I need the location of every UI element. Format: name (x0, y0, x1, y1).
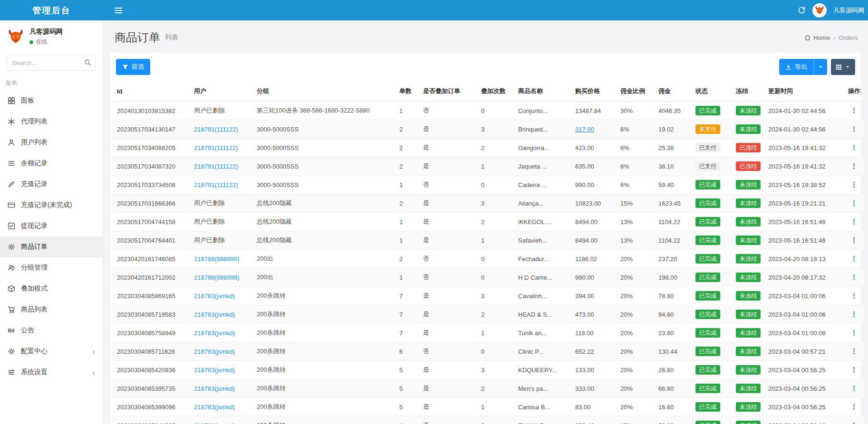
cell-price: 8494.00 (571, 231, 617, 250)
col-header-id[interactable]: Id (110, 81, 190, 102)
cell-stacked: 是 (419, 379, 477, 398)
sidebar-item-orders[interactable]: 商品订单 (0, 236, 103, 257)
row-actions-button[interactable]: ⋮ (848, 217, 860, 226)
user-link[interactable]: 218791(111122) (194, 144, 238, 151)
cell-rate: 15% (617, 416, 655, 424)
table-row: 20240130103815382用户已删除第三轮100进杀 388-566-1… (110, 102, 864, 120)
frozen-badge: 未冻结 (736, 106, 761, 115)
sidebar-toggle-button[interactable] (112, 5, 125, 16)
cell-commission: 4046.35 (655, 102, 692, 120)
search-icon[interactable] (84, 59, 91, 66)
cell-commission: 78.80 (655, 287, 692, 305)
sidebar-item-products[interactable]: 商品列表 (0, 299, 103, 320)
sidebar-item-config[interactable]: 配置中心‹ (0, 341, 103, 362)
row-actions-button[interactable]: ⋮ (848, 106, 860, 114)
sidebar-item-panel[interactable]: 面板 (0, 90, 103, 111)
user-link[interactable]: 218791(111122) (194, 181, 238, 188)
filter-button[interactable]: 筛选 (116, 59, 150, 75)
row-actions-button[interactable]: ⋮ (848, 403, 860, 411)
col-header-user[interactable]: 用户 (190, 81, 253, 102)
row-actions-button[interactable]: ⋮ (848, 199, 860, 207)
col-header-updated[interactable]: 更新时间 (764, 81, 844, 102)
col-header-frozen[interactable]: 冻结 (732, 81, 764, 102)
col-header-rate[interactable]: 佣金比例 (617, 81, 655, 102)
sidebar-item-withdraw[interactable]: 提现记录 (0, 216, 103, 236)
user-link[interactable]: 218788(888999) (194, 274, 239, 281)
col-header-commission[interactable]: 佣金 (655, 81, 692, 102)
col-header-product[interactable]: 商品名称 (514, 81, 571, 102)
user-avatar[interactable] (812, 3, 827, 18)
user-link[interactable]: 218791(111122) (194, 126, 238, 133)
sidebar-item-recharge-pending[interactable]: 充值记录(未完成) (0, 195, 103, 216)
user-link[interactable]: 218788(888999) (194, 255, 239, 263)
row-actions-button[interactable]: ⋮ (848, 254, 860, 263)
sidebar-item-users[interactable]: 用户列表 (0, 132, 103, 153)
col-header-price[interactable]: 购买价格 (571, 81, 617, 102)
row-actions-button[interactable]: ⋮ (848, 366, 860, 374)
row-actions-button[interactable]: ⋮ (848, 236, 860, 244)
row-actions-button[interactable]: ⋮ (848, 292, 860, 300)
cell-rate: 20% (617, 361, 655, 379)
cell-group: 200杀跳转 (253, 342, 395, 361)
cell-updated: 2024-01-30 02:44:56 (764, 102, 844, 120)
row-actions-button[interactable]: ⋮ (848, 329, 860, 337)
cell-stacked: 是 (419, 120, 477, 139)
brand-title[interactable]: 管理后台 (0, 5, 103, 16)
cell-status: 未支付 (692, 120, 732, 139)
user-link[interactable]: 218783(jsmkd) (194, 330, 235, 337)
cell-user: 218788(888999) (190, 250, 253, 268)
sidebar-item-settings[interactable]: 系统设置‹ (0, 362, 103, 383)
col-header-stack-count[interactable]: 叠加次数 (477, 81, 514, 102)
sidebar-item-notice[interactable]: 公告 (0, 320, 103, 341)
user-link[interactable]: 218783(jsmkd) (194, 404, 235, 411)
row-actions-button[interactable]: ⋮ (848, 143, 860, 151)
breadcrumb-home[interactable]: Home (804, 34, 830, 41)
refresh-button[interactable] (798, 6, 806, 14)
cell-updated: 2023-05-16 19:41:32 (764, 139, 844, 157)
row-actions-button[interactable]: ⋮ (848, 384, 860, 392)
cell-qty: 2 (395, 250, 419, 268)
export-dropdown-button[interactable] (813, 59, 827, 75)
row-actions-button[interactable]: ⋮ (848, 180, 860, 188)
cell-id: 20230304085758949 (110, 324, 190, 342)
sidebar-item-groups[interactable]: 分组管理 (0, 257, 103, 278)
col-header-status[interactable]: 状态 (692, 81, 732, 102)
sidebar-item-stack-mode[interactable]: 叠加模式 (0, 278, 103, 299)
export-button[interactable]: 导出 (779, 59, 813, 75)
user-link[interactable]: 218783(jsmkd) (194, 385, 235, 392)
columns-dropdown-button[interactable] (831, 59, 855, 75)
cell-actions: ⋮ (844, 194, 864, 213)
cell-actions: ⋮ (844, 120, 864, 139)
user-link[interactable]: 218783(jsmkd) (194, 292, 235, 300)
row-actions-button[interactable]: ⋮ (848, 310, 860, 318)
col-header-qty[interactable]: 单数 (395, 81, 419, 102)
cell-stack-count: 0 (477, 102, 514, 120)
user-link[interactable]: 218783(jsmkd) (194, 348, 235, 355)
row-actions-button[interactable]: ⋮ (848, 125, 860, 133)
user-link[interactable]: 218783(jsmkd) (194, 422, 235, 424)
sidebar-item-agents[interactable]: 代理列表 (0, 111, 103, 132)
row-actions-button[interactable]: ⋮ (848, 162, 860, 170)
user-link[interactable]: 218783(jsmkd) (194, 367, 235, 374)
navbar-username[interactable]: 凡客源码网 (833, 6, 864, 15)
row-actions-button[interactable]: ⋮ (848, 273, 860, 281)
search-input[interactable] (7, 55, 96, 71)
cell-user: 用户已删除 (190, 213, 253, 231)
sidebar-item-balance[interactable]: 余额记录 (0, 153, 103, 174)
cell-rate: 20% (617, 305, 655, 324)
col-header-group[interactable]: 分组 (253, 81, 395, 102)
cell-stack-count: 2 (477, 139, 514, 157)
price-link[interactable]: 317.00 (575, 126, 594, 133)
cell-product: Camisa B... (514, 398, 571, 416)
cell-status: 已完成 (692, 379, 732, 398)
user-link[interactable]: 218791(111122) (194, 163, 238, 170)
row-actions-button[interactable]: ⋮ (848, 347, 860, 355)
cell-price: 635.00 (571, 157, 617, 176)
user-link[interactable]: 218783(jsmkd) (194, 311, 235, 318)
row-actions-button[interactable]: ⋮ (848, 421, 860, 424)
cell-status: 已完成 (692, 194, 732, 213)
col-header-stacked[interactable]: 是否叠加订单 (419, 81, 477, 102)
sidebar-item-recharge[interactable]: 充值记录 (0, 174, 103, 195)
cell-user: 218783(jsmkd) (190, 305, 253, 324)
cell-updated: 2023-03-04 00:56:25 (764, 379, 844, 398)
